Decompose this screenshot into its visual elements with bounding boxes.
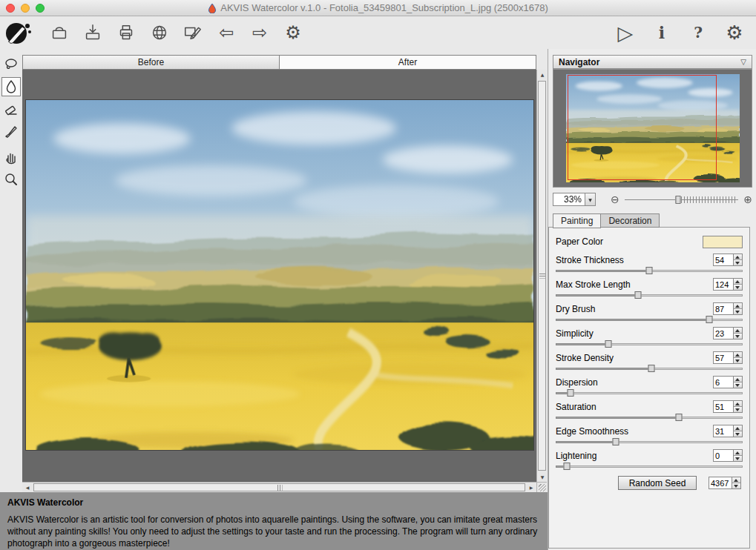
lightening-slider[interactable]	[556, 463, 743, 471]
info-button[interactable]: i	[649, 19, 674, 47]
spin-down-icon[interactable]	[734, 309, 742, 314]
scroll-down-icon[interactable]: ▼	[537, 472, 548, 482]
tab-after[interactable]: After	[280, 55, 536, 70]
slider-thumb[interactable]	[564, 463, 571, 470]
horizontal-scrollbar[interactable]: ◀ ▶	[22, 482, 536, 492]
drop-tool[interactable]	[1, 77, 21, 96]
batch-processing-button[interactable]: ⚙	[280, 19, 306, 47]
simplicity-slider[interactable]	[556, 340, 743, 349]
spin-down-icon[interactable]	[734, 407, 742, 412]
tab-painting[interactable]: Painting	[553, 213, 601, 228]
print-button[interactable]	[114, 19, 139, 47]
toolbar: ⇦ ⇨ ⚙ ▷ i ? ⚙	[0, 16, 756, 49]
hand-tool[interactable]	[1, 148, 21, 167]
stroke-density-slider[interactable]	[556, 365, 743, 374]
spin-up-icon[interactable]	[734, 401, 742, 407]
spin-up-icon[interactable]	[734, 254, 742, 260]
zoom-tool[interactable]	[1, 170, 21, 189]
lasso-tool[interactable]	[1, 55, 21, 74]
share-web-button[interactable]	[147, 19, 172, 47]
zoom-out-icon[interactable]: ⊖	[611, 193, 619, 205]
saturation-slider[interactable]	[556, 414, 743, 423]
spin-down-icon[interactable]	[734, 382, 742, 388]
tab-before[interactable]: Before	[22, 55, 280, 70]
paper-color-swatch[interactable]	[703, 236, 743, 248]
save-result-button[interactable]	[80, 19, 105, 47]
slider-thumb[interactable]	[612, 438, 619, 445]
slider-thumb[interactable]	[646, 267, 653, 274]
spin-up-icon[interactable]	[734, 352, 742, 358]
spin-down-icon[interactable]	[734, 431, 742, 437]
navigator-view-frame[interactable]	[568, 75, 717, 180]
slider-thumb[interactable]	[634, 291, 641, 299]
spin-down-icon[interactable]	[734, 358, 742, 363]
spin-up-icon[interactable]	[734, 377, 742, 382]
max-stroke-length-slider[interactable]	[556, 291, 743, 300]
vertical-scroll-thumb[interactable]	[538, 81, 546, 471]
spin-up-icon[interactable]	[734, 425, 742, 431]
spin-up-icon[interactable]	[734, 328, 742, 334]
edge-smoothness-slider[interactable]	[556, 438, 743, 447]
dry-brush-slider[interactable]	[556, 316, 743, 325]
random-seed-button[interactable]: Random Seed	[618, 476, 697, 490]
spin-down-icon[interactable]	[734, 334, 742, 339]
zoom-value[interactable]: 33%	[553, 193, 585, 206]
spin-up-icon[interactable]	[732, 477, 740, 483]
spin-up-icon[interactable]	[734, 279, 742, 285]
spin-down-icon[interactable]	[732, 483, 740, 488]
edge-smoothness-input[interactable]	[713, 425, 733, 437]
stroke-density-input[interactable]	[713, 351, 733, 364]
eraser-tool[interactable]	[1, 99, 21, 119]
slider-thumb[interactable]	[605, 340, 611, 348]
tab-decoration[interactable]: Decoration	[601, 213, 660, 228]
image-canvas[interactable]	[22, 70, 536, 482]
dry-brush-input[interactable]	[713, 302, 733, 315]
help-button[interactable]: ?	[686, 19, 711, 47]
slider-thumb[interactable]	[568, 389, 574, 397]
redo-button[interactable]: ⇨	[247, 19, 272, 47]
zoom-controls: 33% ▼ ⊖ ⊕	[553, 192, 752, 207]
scroll-right-icon[interactable]: ▶	[526, 483, 536, 492]
spin-up-icon[interactable]	[734, 303, 742, 309]
horizontal-scroll-thumb[interactable]	[33, 483, 525, 491]
minimize-button[interactable]	[21, 4, 30, 13]
spin-down-icon[interactable]	[734, 285, 742, 290]
vertical-scrollbar[interactable]: ▲ ▼	[536, 70, 547, 482]
saturation-input[interactable]	[713, 400, 733, 413]
slider-thumb[interactable]	[706, 316, 712, 323]
scroll-left-icon[interactable]: ◀	[22, 483, 33, 492]
zoom-slider-thumb[interactable]	[675, 196, 680, 204]
run-button[interactable]: ▷	[613, 19, 638, 47]
dispersion-slider[interactable]	[556, 389, 743, 398]
lightening-input[interactable]	[713, 449, 733, 462]
tool-column	[0, 55, 22, 482]
brush-tool[interactable]	[1, 122, 21, 141]
spin-up-icon[interactable]	[734, 450, 742, 456]
collapse-navigator-icon[interactable]: ▽	[740, 58, 746, 66]
slider-thumb[interactable]	[676, 414, 683, 421]
zoom-dropdown-icon[interactable]: ▼	[585, 193, 596, 206]
max-stroke-length-input[interactable]	[713, 278, 733, 291]
spinner	[732, 477, 741, 489]
publish-button[interactable]	[180, 19, 206, 47]
scroll-up-icon[interactable]: ▲	[537, 70, 548, 79]
info-description: AKVIS Watercolor is an artistic tool for…	[7, 514, 540, 549]
dispersion-input[interactable]	[713, 376, 733, 388]
zoom-window-button[interactable]	[36, 4, 45, 13]
stroke-thickness-slider[interactable]	[556, 267, 743, 276]
undo-button[interactable]: ⇦	[214, 19, 239, 47]
random-seed-input[interactable]	[709, 477, 732, 489]
spin-down-icon[interactable]	[734, 260, 742, 265]
open-image-button[interactable]	[47, 19, 72, 47]
preferences-button[interactable]: ⚙	[722, 19, 747, 47]
resize-grip[interactable]	[536, 482, 547, 492]
close-button[interactable]	[6, 4, 15, 13]
zoom-slider[interactable]	[625, 194, 739, 205]
stroke-thickness-input[interactable]	[713, 254, 733, 266]
spinner	[733, 425, 743, 437]
spin-down-icon[interactable]	[734, 456, 742, 461]
slider-thumb[interactable]	[648, 365, 654, 372]
watercolor-result-image	[26, 100, 533, 450]
simplicity-input[interactable]	[713, 327, 733, 339]
zoom-in-icon[interactable]: ⊕	[743, 193, 752, 205]
